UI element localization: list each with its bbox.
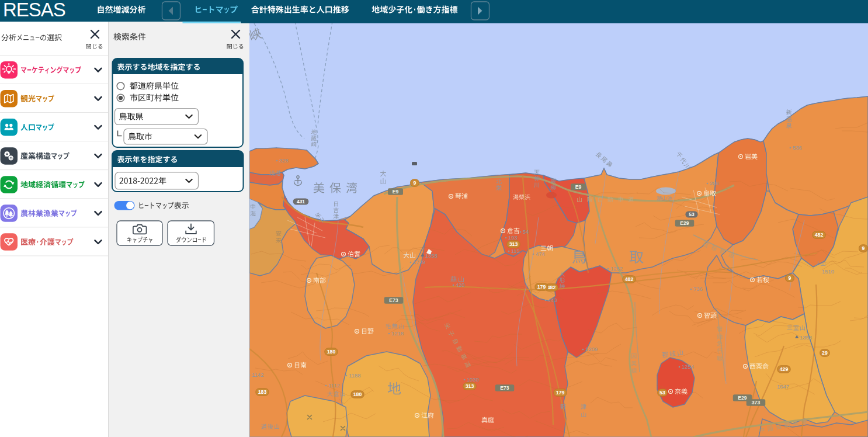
svg-text:1358: 1358 — [800, 334, 812, 341]
svg-text:193: 193 — [508, 234, 518, 241]
svg-text:1510: 1510 — [822, 268, 834, 275]
svg-text:1358: 1358 — [425, 252, 438, 259]
svg-text:180: 180 — [353, 391, 362, 397]
svg-text:183: 183 — [258, 389, 267, 395]
svg-text:474: 474 — [536, 251, 545, 257]
svg-text:1188: 1188 — [349, 372, 360, 379]
svg-text:443: 443 — [548, 297, 557, 303]
svg-text:420: 420 — [456, 282, 465, 288]
svg-text:1142: 1142 — [252, 372, 263, 378]
svg-text:1030: 1030 — [467, 376, 479, 383]
svg-text:1252: 1252 — [610, 265, 623, 272]
svg-text:373: 373 — [752, 400, 761, 405]
svg-text:482: 482 — [815, 232, 824, 238]
svg-text:179: 179 — [537, 284, 546, 290]
svg-text:E73: E73 — [500, 385, 509, 391]
svg-text:115: 115 — [511, 248, 520, 254]
svg-text:9: 9 — [862, 245, 865, 251]
svg-text:53: 53 — [689, 211, 695, 217]
svg-text:431: 431 — [297, 199, 305, 204]
svg-text:9: 9 — [414, 180, 416, 186]
svg-text:429: 429 — [780, 366, 789, 372]
svg-text:54: 54 — [523, 228, 529, 235]
svg-text:E29: E29 — [738, 395, 747, 401]
svg-text:1047: 1047 — [777, 383, 789, 390]
svg-text:1254: 1254 — [682, 363, 694, 370]
svg-text:53: 53 — [659, 390, 665, 396]
svg-text:736: 736 — [693, 286, 703, 292]
svg-text:E9: E9 — [393, 189, 399, 195]
svg-text:9: 9 — [789, 275, 791, 281]
svg-text:179: 179 — [556, 390, 565, 396]
svg-text:1729: 1729 — [413, 259, 425, 265]
svg-text:1112: 1112 — [328, 382, 340, 389]
svg-text:482: 482 — [547, 285, 556, 290]
svg-text:328: 328 — [279, 157, 289, 164]
svg-text:288: 288 — [710, 180, 719, 186]
svg-text:482: 482 — [625, 276, 634, 282]
svg-text:RESAS: RESAS — [3, 0, 65, 20]
svg-text:1218: 1218 — [391, 330, 404, 337]
svg-text:313: 313 — [466, 383, 474, 389]
svg-text:536: 536 — [793, 144, 802, 151]
svg-text:1209: 1209 — [585, 346, 598, 352]
svg-text:E9: E9 — [575, 184, 582, 190]
svg-text:313: 313 — [509, 241, 518, 247]
svg-text:E29: E29 — [680, 220, 689, 226]
svg-text:29: 29 — [822, 350, 828, 356]
svg-text:E73: E73 — [389, 297, 398, 303]
svg-text:180: 180 — [327, 349, 336, 355]
